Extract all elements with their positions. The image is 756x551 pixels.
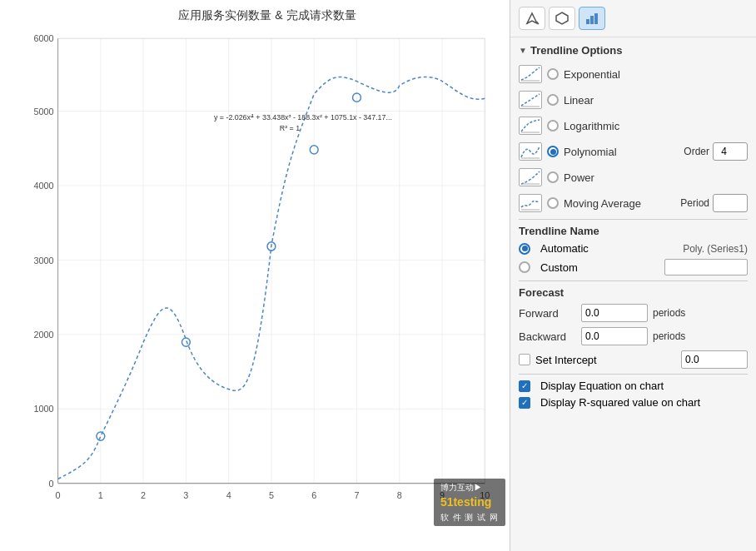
custom-name-input[interactable] [664,259,748,276]
name-automatic-row[interactable]: Automatic Poly. (Series1) [519,242,748,255]
right-panel: ▼ Trendline Options Exponential Linear [510,0,756,551]
display-rsquared-row[interactable]: Display R-squared value on chart [519,396,748,409]
svg-text:2: 2 [141,490,146,500]
svg-rect-46 [590,16,594,24]
divider-3 [519,374,748,375]
svg-line-49 [521,94,540,106]
trendline-options-title: Trendline Options [530,44,623,57]
svg-text:R² = 1: R² = 1 [280,124,300,132]
intercept-checkbox[interactable] [519,354,530,365]
automatic-label: Automatic [540,242,683,255]
automatic-radio[interactable] [519,243,530,255]
forecast-forward-row: Forward periods [519,304,748,322]
svg-text:0: 0 [49,479,54,489]
order-label: Order [684,146,709,157]
trendline-type-logarithmic[interactable]: Logarithmic [519,115,748,137]
moving-average-label: Moving Average [564,197,675,210]
svg-text:8: 8 [397,490,402,500]
polynomial-icon [519,142,542,161]
polynomial-label: Polynomial [564,146,679,158]
svg-text:5: 5 [269,490,274,500]
exponential-label: Exponential [564,68,748,81]
chart-area: 应用服务实例数量 & 完成请求数量 0 [0,0,510,551]
name-custom-row[interactable]: Custom [519,259,748,276]
rsquared-label: Display R-squared value on chart [540,396,700,409]
rsquared-checkbox[interactable] [519,397,530,409]
toolbar [510,0,756,37]
intercept-value-input[interactable] [681,350,748,369]
svg-text:9: 9 [440,490,445,500]
backward-label: Backward [519,330,581,343]
linear-radio[interactable] [547,94,559,106]
logarithmic-label: Logarithmic [564,120,748,132]
logarithmic-icon [519,117,542,135]
trendline-section: ▼ Trendline Options Exponential Linear [510,37,756,551]
polynomial-radio[interactable] [547,146,559,157]
equation-checkbox[interactable] [519,380,530,392]
intercept-label: Set Intercept [535,354,597,366]
svg-text:4000: 4000 [34,181,54,191]
trendline-section-header: ▼ Trendline Options [519,44,748,57]
linear-icon [519,91,542,109]
period-input[interactable] [713,194,748,212]
svg-text:6000: 6000 [34,33,54,43]
svg-text:5000: 5000 [34,107,54,117]
forecast-backward-row: Backward periods [519,327,748,345]
forecast-header: Forecast [519,286,748,299]
trendline-name-header: Trendline Name [519,225,748,237]
trendline-type-moving-average[interactable]: Moving Average Period [519,192,748,214]
exponential-radio[interactable] [547,68,559,80]
trendline-type-power[interactable]: Power [519,166,748,188]
period-label: Period [680,197,709,209]
trendline-type-polynomial[interactable]: Polynomial Order [519,141,748,162]
svg-rect-47 [594,13,598,24]
svg-text:y = -2.026x⁴ + 33.438x³ - 188.: y = -2.026x⁴ + 33.438x³ - 188.3x² + 1075… [214,113,392,122]
svg-text:0: 0 [56,490,61,500]
forward-label: Forward [519,307,581,320]
custom-radio[interactable] [519,261,530,273]
svg-marker-44 [556,12,568,24]
svg-text:3: 3 [183,490,188,500]
power-icon [519,168,542,186]
svg-text:1: 1 [98,490,103,500]
power-radio[interactable] [547,171,559,183]
svg-text:2000: 2000 [34,330,54,340]
order-input[interactable] [713,142,748,161]
logarithmic-radio[interactable] [547,120,559,132]
svg-rect-45 [586,19,589,24]
divider-1 [519,219,748,220]
forward-units: periods [653,307,685,319]
toolbar-btn-chart[interactable] [579,7,605,30]
exponential-icon [519,65,542,83]
svg-text:4: 4 [226,490,231,500]
svg-text:1000: 1000 [34,404,54,414]
equation-label: Display Equation on chart [540,380,664,392]
trendline-type-exponential[interactable]: Exponential [519,63,748,85]
forward-input[interactable] [581,304,648,322]
section-arrow-icon: ▼ [519,46,527,55]
chart-container: 0 1000 2000 3000 4000 5000 6000 0 1 2 3 … [33,30,501,526]
custom-label: Custom [540,261,664,274]
toolbar-btn-shape[interactable] [549,7,575,30]
power-label: Power [564,171,748,184]
period-container: Period [680,194,748,212]
svg-text:6: 6 [311,490,316,500]
moving-average-icon [519,194,542,212]
intercept-row: Set Intercept [519,350,748,369]
chart-title: 应用服务实例数量 & 完成请求数量 [178,8,356,23]
svg-text:3000: 3000 [34,255,54,265]
backward-input[interactable] [581,327,648,345]
order-container: Order [684,142,748,161]
toolbar-btn-arrow[interactable] [519,7,545,30]
svg-text:10: 10 [480,490,490,500]
display-equation-row[interactable]: Display Equation on chart [519,380,748,392]
linear-label: Linear [564,94,748,107]
backward-units: periods [653,330,685,342]
divider-2 [519,280,748,281]
chart-svg: 0 1000 2000 3000 4000 5000 6000 0 1 2 3 … [33,30,501,526]
svg-text:7: 7 [354,490,359,500]
moving-average-radio[interactable] [547,197,559,209]
automatic-value: Poly. (Series1) [683,243,748,255]
trendline-type-linear[interactable]: Linear [519,89,748,111]
